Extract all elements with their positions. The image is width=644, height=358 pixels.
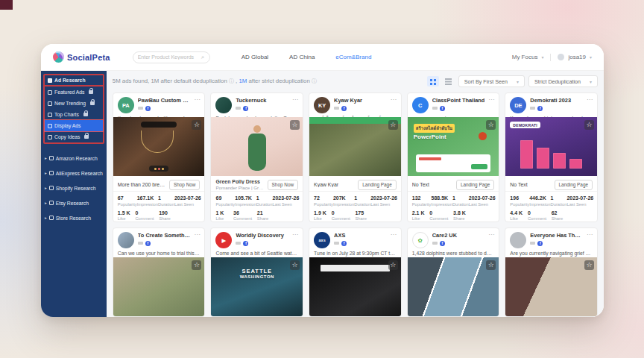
landing-page-button[interactable]: Landing Page	[358, 180, 396, 190]
platform-icons: f	[530, 106, 583, 111]
shop-now-button[interactable]: Shop Now	[268, 180, 299, 190]
user-menu[interactable]: josa19	[568, 54, 586, 60]
platform-icons: f	[530, 241, 583, 246]
favorite-star-icon[interactable]: ☆	[486, 120, 496, 130]
stat-impression: 588.5KImpression	[432, 195, 452, 207]
ad-creative-image[interactable]: ☆	[113, 117, 205, 176]
list-view-button[interactable]	[443, 76, 455, 87]
card-header: C ClassPoint Thailand f ⋯	[408, 93, 499, 113]
favorite-star-icon[interactable]: ☆	[584, 260, 594, 270]
favorite-star-icon[interactable]: ☆	[290, 260, 300, 270]
more-menu-icon[interactable]: ⋯	[488, 232, 494, 238]
stat-impression: 446.2KImpression	[529, 195, 550, 207]
shop-now-button[interactable]: Shop Now	[169, 180, 201, 190]
sidebar-item-new-trending[interactable]: New Trending	[45, 98, 103, 109]
stat-last-seen: 2023-07-26Last Seen	[370, 195, 397, 207]
nav-ecom-brand[interactable]: eCom&Brand	[335, 54, 371, 60]
sidebar-item-top-charts[interactable]: Top Charts	[45, 109, 103, 120]
stat-like: 4.4 KLike	[510, 210, 528, 222]
sidebar-item-shopify-research[interactable]: ▸ Shopify Research	[43, 180, 104, 195]
stats-row-1: 69Popularity 105.7KImpression 1Duration …	[211, 192, 303, 208]
more-menu-icon[interactable]: ⋯	[194, 232, 200, 238]
sidebar-item-ad-research[interactable]: Ad Research	[45, 75, 103, 87]
socialpeta-logo[interactable]: SocialPeta	[53, 51, 110, 63]
ad-creative-image[interactable]: ☆	[309, 257, 401, 316]
info-icon[interactable]: ⓘ	[312, 78, 317, 84]
ad-creative-image[interactable]: สร้างสไลด์ลำดับใน PowerPoint ☆	[408, 117, 499, 176]
advertiser-name[interactable]: ClassPoint Thailand	[432, 97, 485, 104]
advertiser-name[interactable]: Kyaw Kyar	[334, 97, 387, 104]
ad-creative-image[interactable]: ☆	[505, 257, 597, 316]
landing-page-button[interactable]: Landing Page	[555, 180, 593, 190]
favorite-star-icon[interactable]: ☆	[388, 120, 398, 130]
sidebar-item-etsy-research[interactable]: ▸ Etsy Research	[43, 195, 104, 210]
sidebar-item-copy-ideas[interactable]: Copy Ideas	[45, 131, 103, 142]
sidebar-item-label: Store Research	[56, 216, 91, 221]
stat-popularity: 196Popularity	[510, 195, 529, 207]
ad-network-icon	[530, 107, 535, 110]
ad-creative-image[interactable]: DEMOKRATI ☆	[505, 117, 597, 176]
more-menu-icon[interactable]: ⋯	[391, 232, 397, 238]
more-menu-icon[interactable]: ⋯	[488, 97, 494, 103]
landing-page-button[interactable]: Landing Page	[456, 180, 494, 190]
ad-creative-image[interactable]: ☆	[309, 117, 401, 176]
info-icon[interactable]: ⓘ	[229, 78, 234, 84]
stats-row-2: 1 KLike 36Comment 21Share	[211, 208, 303, 223]
image-banner	[309, 117, 401, 124]
favorite-star-icon[interactable]: ☆	[290, 120, 300, 130]
advertiser-name[interactable]: Care2 UK	[432, 232, 485, 239]
image-caption-2: PowerPoint	[414, 134, 446, 140]
more-menu-icon[interactable]: ⋯	[194, 97, 200, 103]
ad-card: To Create Something Exceptio... f ⋯ Can …	[113, 227, 206, 317]
dedup-select[interactable]: Strict Deduplication ▾	[528, 75, 598, 87]
image-caption-pill	[141, 122, 177, 128]
nav-ad-china[interactable]: AD China	[289, 54, 315, 60]
sort-select[interactable]: Sort By First Seen ▾	[458, 75, 525, 87]
strict-dedup-link[interactable]: 1M	[239, 78, 247, 84]
search-icon[interactable]: ⌕	[201, 54, 204, 60]
sidebar-item-aliexpress-research[interactable]: ▸ AliExpress Research	[43, 166, 104, 180]
advertiser-name[interactable]: Worldly Discovery	[236, 232, 288, 239]
favorite-star-icon[interactable]: ☆	[486, 260, 496, 270]
sidebar-item-store-research[interactable]: ▸ Store Research	[43, 210, 104, 225]
advertiser-name[interactable]: Everyone Has The Freedom To...	[530, 232, 583, 239]
more-menu-icon[interactable]: ⋯	[292, 97, 298, 103]
sidebar-item-amazon-research[interactable]: ▸ Amazon Research	[43, 151, 104, 166]
advertiser-name[interactable]: AXS	[334, 232, 387, 239]
more-menu-icon[interactable]: ⋯	[292, 232, 298, 238]
favorite-star-icon[interactable]: ☆	[584, 120, 594, 130]
favorite-star-icon[interactable]: ☆	[388, 260, 398, 270]
platform-icons: f	[236, 241, 288, 246]
search-input[interactable]	[138, 54, 199, 60]
nav-ad-global[interactable]: AD Global	[242, 54, 268, 60]
sidebar-item-featured-ads[interactable]: Featured Ads	[45, 87, 103, 98]
annotation-highlight-box: Ad Research Featured Ads New Trending	[43, 74, 104, 144]
more-menu-icon[interactable]: ⋯	[587, 97, 593, 103]
featured-ads-icon	[48, 90, 52, 95]
facebook-icon: f	[537, 241, 543, 246]
my-focus-menu[interactable]: My Focus	[512, 54, 538, 60]
platform-icons: f	[334, 241, 387, 246]
advertiser-avatar	[510, 232, 526, 248]
favorite-star-icon[interactable]: ☆	[192, 260, 201, 270]
advertiser-name[interactable]: To Create Something Exceptio...	[138, 232, 191, 239]
ad-creative-image[interactable]: SEATTLE WASHINGTON ☆	[211, 257, 303, 316]
sidebar-item-display-ads[interactable]: Display Ads	[45, 120, 103, 131]
advertiser-name[interactable]: PawBau Custom Jewelry	[138, 97, 191, 104]
more-menu-icon[interactable]: ⋯	[587, 232, 593, 238]
ad-creative-image[interactable]: ☆	[408, 257, 499, 316]
more-menu-icon[interactable]: ⋯	[391, 97, 397, 103]
ad-creative-image[interactable]: ☆	[113, 257, 205, 316]
charts-icon	[48, 113, 52, 117]
favorite-star-icon[interactable]: ☆	[192, 120, 201, 130]
product-name: Kyaw Kyar	[314, 182, 338, 187]
stats-row-1: 72Popularity 207KImpression 1Duration 20…	[309, 192, 401, 208]
grid-view-button[interactable]	[427, 76, 439, 87]
advertiser-name[interactable]: Demokrati 2023	[530, 97, 583, 104]
advertiser-name[interactable]: Tuckernuck	[236, 97, 288, 104]
sidebar-item-label: Shopify Research	[56, 186, 96, 191]
ad-card: Everyone Has The Freedom To... f ⋯ Are y…	[505, 227, 598, 317]
chevron-right-icon: ▸	[45, 171, 47, 175]
chevron-right-icon: ▸	[45, 216, 47, 220]
ad-creative-image[interactable]: ☆	[211, 117, 303, 176]
